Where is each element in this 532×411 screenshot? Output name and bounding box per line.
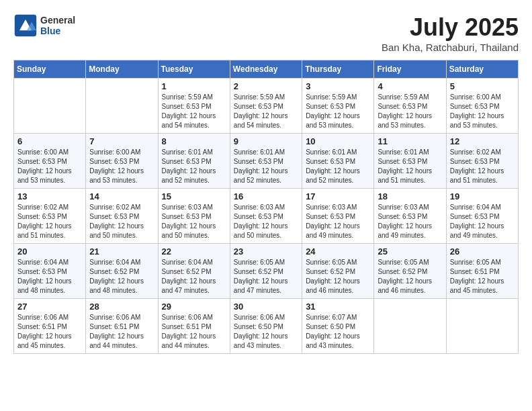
day-info: Sunrise: 6:05 AM Sunset: 6:51 PM Dayligh…	[450, 258, 515, 295]
day-number: 17	[306, 191, 370, 201]
week-row-1: 1Sunrise: 5:59 AM Sunset: 6:53 PM Daylig…	[14, 79, 519, 134]
day-info: Sunrise: 6:03 AM Sunset: 6:53 PM Dayligh…	[378, 203, 442, 240]
day-cell: 31Sunrise: 6:07 AM Sunset: 6:50 PM Dayli…	[302, 299, 374, 354]
calendar: SundayMondayTuesdayWednesdayThursdayFrid…	[13, 60, 519, 354]
day-cell: 21Sunrise: 6:04 AM Sunset: 6:52 PM Dayli…	[86, 244, 158, 299]
day-info: Sunrise: 6:00 AM Sunset: 6:53 PM Dayligh…	[89, 148, 154, 185]
day-info: Sunrise: 6:06 AM Sunset: 6:50 PM Dayligh…	[234, 313, 298, 351]
day-number: 3	[306, 81, 370, 91]
day-number: 8	[162, 136, 226, 146]
day-info: Sunrise: 6:05 AM Sunset: 6:52 PM Dayligh…	[234, 258, 298, 295]
day-info: Sunrise: 6:06 AM Sunset: 6:51 PM Dayligh…	[89, 313, 154, 351]
day-number: 19	[450, 191, 515, 201]
day-number: 30	[234, 302, 298, 312]
weekday-header-sunday: Sunday	[14, 60, 86, 79]
day-cell: 19Sunrise: 6:04 AM Sunset: 6:53 PM Dayli…	[446, 189, 518, 244]
location: Ban Kha, Ratchaburi, Thailand	[382, 42, 519, 53]
page-header: General Blue July 2025 Ban Kha, Ratchabu…	[13, 13, 519, 53]
day-cell: 6Sunrise: 6:00 AM Sunset: 6:53 PM Daylig…	[14, 134, 86, 189]
weekday-header-row: SundayMondayTuesdayWednesdayThursdayFrid…	[14, 60, 519, 79]
day-cell: 24Sunrise: 6:05 AM Sunset: 6:52 PM Dayli…	[302, 244, 374, 299]
day-number: 9	[234, 136, 298, 146]
day-info: Sunrise: 6:07 AM Sunset: 6:50 PM Dayligh…	[306, 313, 370, 351]
day-info: Sunrise: 6:06 AM Sunset: 6:51 PM Dayligh…	[17, 313, 82, 351]
day-info: Sunrise: 5:59 AM Sunset: 6:53 PM Dayligh…	[378, 93, 442, 130]
day-cell: 20Sunrise: 6:04 AM Sunset: 6:53 PM Dayli…	[14, 244, 86, 299]
day-cell: 29Sunrise: 6:06 AM Sunset: 6:51 PM Dayli…	[158, 299, 230, 354]
month-title: July 2025	[382, 13, 519, 42]
day-cell: 22Sunrise: 6:04 AM Sunset: 6:52 PM Dayli…	[158, 244, 230, 299]
weekday-header-friday: Friday	[374, 60, 446, 79]
day-cell: 13Sunrise: 6:02 AM Sunset: 6:53 PM Dayli…	[14, 189, 86, 244]
day-cell: 9Sunrise: 6:01 AM Sunset: 6:53 PM Daylig…	[230, 134, 302, 189]
week-row-4: 20Sunrise: 6:04 AM Sunset: 6:53 PM Dayli…	[14, 244, 519, 299]
day-number: 6	[17, 136, 82, 146]
day-number: 24	[306, 246, 370, 257]
day-info: Sunrise: 6:02 AM Sunset: 6:53 PM Dayligh…	[17, 203, 82, 240]
day-cell: 5Sunrise: 6:00 AM Sunset: 6:53 PM Daylig…	[446, 79, 518, 134]
weekday-header-monday: Monday	[86, 60, 158, 79]
day-number: 29	[162, 302, 226, 312]
day-cell: 8Sunrise: 6:01 AM Sunset: 6:53 PM Daylig…	[158, 134, 230, 189]
logo-general: General	[40, 15, 75, 26]
day-number: 2	[234, 81, 298, 91]
day-cell	[446, 299, 518, 354]
day-number: 26	[450, 246, 515, 257]
day-cell: 17Sunrise: 6:03 AM Sunset: 6:53 PM Dayli…	[302, 189, 374, 244]
day-number: 10	[306, 136, 370, 146]
day-cell: 28Sunrise: 6:06 AM Sunset: 6:51 PM Dayli…	[86, 299, 158, 354]
day-cell: 23Sunrise: 6:05 AM Sunset: 6:52 PM Dayli…	[230, 244, 302, 299]
day-number: 7	[89, 136, 154, 146]
day-cell: 27Sunrise: 6:06 AM Sunset: 6:51 PM Dayli…	[14, 299, 86, 354]
day-number: 13	[17, 191, 82, 201]
day-number: 31	[306, 302, 370, 312]
day-info: Sunrise: 6:03 AM Sunset: 6:53 PM Dayligh…	[306, 203, 370, 240]
day-number: 15	[162, 191, 226, 201]
day-number: 20	[17, 246, 82, 257]
day-info: Sunrise: 6:04 AM Sunset: 6:52 PM Dayligh…	[162, 258, 226, 295]
day-cell: 26Sunrise: 6:05 AM Sunset: 6:51 PM Dayli…	[446, 244, 518, 299]
day-info: Sunrise: 5:59 AM Sunset: 6:53 PM Dayligh…	[306, 93, 370, 130]
day-number: 12	[450, 136, 515, 146]
day-cell: 16Sunrise: 6:03 AM Sunset: 6:53 PM Dayli…	[230, 189, 302, 244]
day-info: Sunrise: 6:05 AM Sunset: 6:52 PM Dayligh…	[378, 258, 442, 295]
day-cell: 14Sunrise: 6:02 AM Sunset: 6:53 PM Dayli…	[86, 189, 158, 244]
day-cell: 10Sunrise: 6:01 AM Sunset: 6:53 PM Dayli…	[302, 134, 374, 189]
day-cell	[86, 79, 158, 134]
day-cell: 1Sunrise: 5:59 AM Sunset: 6:53 PM Daylig…	[158, 79, 230, 134]
title-block: July 2025 Ban Kha, Ratchaburi, Thailand	[382, 13, 519, 53]
day-info: Sunrise: 6:04 AM Sunset: 6:52 PM Dayligh…	[89, 258, 154, 295]
day-info: Sunrise: 6:02 AM Sunset: 6:53 PM Dayligh…	[89, 203, 154, 240]
day-number: 22	[162, 246, 226, 257]
day-number: 1	[162, 81, 226, 91]
day-cell: 7Sunrise: 6:00 AM Sunset: 6:53 PM Daylig…	[86, 134, 158, 189]
day-cell	[14, 79, 86, 134]
day-cell: 18Sunrise: 6:03 AM Sunset: 6:53 PM Dayli…	[374, 189, 446, 244]
weekday-header-tuesday: Tuesday	[158, 60, 230, 79]
day-cell: 15Sunrise: 6:03 AM Sunset: 6:53 PM Dayli…	[158, 189, 230, 244]
weekday-header-wednesday: Wednesday	[230, 60, 302, 79]
day-info: Sunrise: 6:01 AM Sunset: 6:53 PM Dayligh…	[306, 148, 370, 185]
day-cell: 11Sunrise: 6:01 AM Sunset: 6:53 PM Dayli…	[374, 134, 446, 189]
weekday-header-saturday: Saturday	[446, 60, 518, 79]
day-info: Sunrise: 6:00 AM Sunset: 6:53 PM Dayligh…	[17, 148, 82, 185]
day-number: 4	[378, 81, 442, 91]
week-row-2: 6Sunrise: 6:00 AM Sunset: 6:53 PM Daylig…	[14, 134, 519, 189]
day-info: Sunrise: 6:02 AM Sunset: 6:53 PM Dayligh…	[450, 148, 515, 185]
day-cell: 4Sunrise: 5:59 AM Sunset: 6:53 PM Daylig…	[374, 79, 446, 134]
week-row-3: 13Sunrise: 6:02 AM Sunset: 6:53 PM Dayli…	[14, 189, 519, 244]
day-info: Sunrise: 5:59 AM Sunset: 6:53 PM Dayligh…	[162, 93, 226, 130]
day-info: Sunrise: 6:01 AM Sunset: 6:53 PM Dayligh…	[234, 148, 298, 185]
day-info: Sunrise: 6:04 AM Sunset: 6:53 PM Dayligh…	[17, 258, 82, 295]
week-row-5: 27Sunrise: 6:06 AM Sunset: 6:51 PM Dayli…	[14, 299, 519, 354]
logo-text: General Blue	[40, 15, 75, 36]
day-number: 25	[378, 246, 442, 257]
day-info: Sunrise: 6:01 AM Sunset: 6:53 PM Dayligh…	[162, 148, 226, 185]
weekday-header-thursday: Thursday	[302, 60, 374, 79]
day-number: 23	[234, 246, 298, 257]
day-number: 16	[234, 191, 298, 201]
logo: General Blue	[13, 13, 75, 38]
day-number: 18	[378, 191, 442, 201]
day-cell: 12Sunrise: 6:02 AM Sunset: 6:53 PM Dayli…	[446, 134, 518, 189]
logo-blue: Blue	[40, 26, 75, 36]
